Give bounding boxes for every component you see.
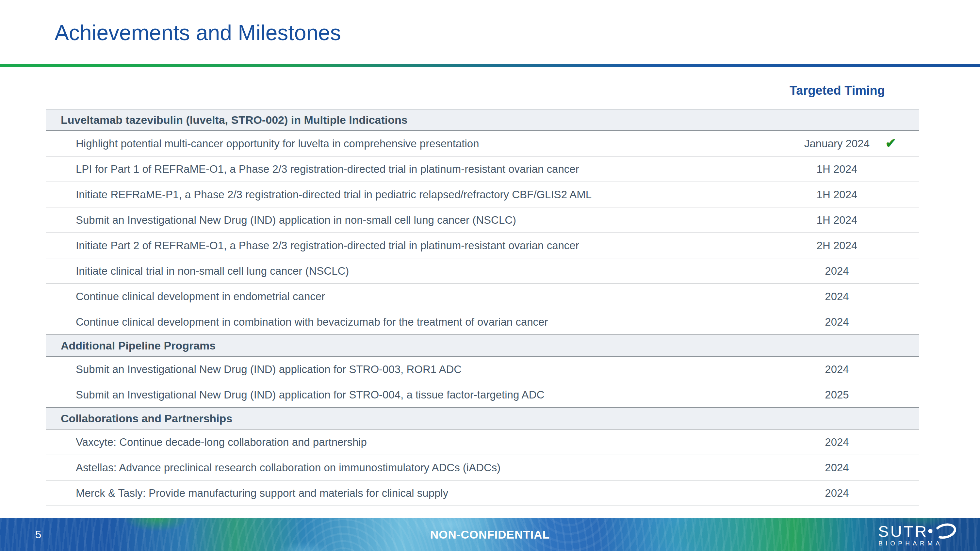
table-row: Astellas: Advance preclinical research c… bbox=[46, 455, 919, 480]
page-number: 5 bbox=[35, 529, 41, 541]
milestone-timing-value: 2024 bbox=[825, 363, 849, 376]
milestone-timing: 2024 bbox=[755, 316, 919, 328]
timing-column-header: Targeted Timing bbox=[772, 84, 902, 98]
table-row: Submit an Investigational New Drug (IND)… bbox=[46, 357, 919, 382]
milestone-label: Initiate Part 2 of REFRaME-O1, a Phase 2… bbox=[46, 240, 755, 252]
milestone-timing: 2024 bbox=[755, 291, 919, 303]
milestone-timing-value: 2024 bbox=[825, 291, 849, 303]
table-row: Continue clinical development in endomet… bbox=[46, 284, 919, 309]
milestone-label: Submit an Investigational New Drug (IND)… bbox=[46, 363, 755, 376]
milestone-label: Submit an Investigational New Drug (IND)… bbox=[46, 389, 755, 401]
title-divider bbox=[0, 64, 980, 67]
milestone-label: Vaxcyte: Continue decade-long collaborat… bbox=[46, 436, 755, 448]
footer-bar: 5 NON-CONFIDENTIAL SUTR BIOPHARMA bbox=[0, 518, 980, 551]
milestone-timing: 1H 2024 bbox=[755, 163, 919, 175]
table-row: Submit an Investigational New Drug (IND)… bbox=[46, 207, 919, 233]
table-row: Initiate REFRaME-P1, a Phase 2/3 registr… bbox=[46, 182, 919, 207]
milestone-timing-value: 2H 2024 bbox=[817, 240, 858, 252]
page-title: Achievements and Milestones bbox=[54, 20, 341, 45]
table-row: Initiate clinical trial in non-small cel… bbox=[46, 258, 919, 284]
section-header-label: Collaborations and Partnerships bbox=[46, 412, 232, 425]
milestone-timing: 2024 bbox=[755, 363, 919, 376]
section-header-label: Luveltamab tazevibulin (luvelta, STRO-00… bbox=[46, 114, 408, 126]
milestone-timing: 1H 2024 bbox=[755, 214, 919, 226]
milestone-timing: 2024 bbox=[755, 462, 919, 474]
section-header-label: Additional Pipeline Programs bbox=[46, 339, 216, 352]
milestone-timing-value: 2024 bbox=[825, 316, 849, 328]
slide: Achievements and Milestones Targeted Tim… bbox=[0, 0, 980, 551]
sutro-o-icon bbox=[928, 522, 956, 540]
milestone-timing: January 2024✔ bbox=[755, 138, 919, 150]
table-row: Continue clinical development in combina… bbox=[46, 309, 919, 335]
milestone-timing: 2024 bbox=[755, 487, 919, 499]
milestones-table: Luveltamab tazevibulin (luvelta, STRO-00… bbox=[46, 109, 919, 506]
milestone-timing: 2025 bbox=[755, 389, 919, 401]
table-row: Initiate Part 2 of REFRaME-O1, a Phase 2… bbox=[46, 233, 919, 258]
milestone-timing: 2024 bbox=[755, 265, 919, 277]
table-row: Vaxcyte: Continue decade-long collaborat… bbox=[46, 429, 919, 455]
logo-wordmark: SUTR bbox=[878, 522, 928, 540]
milestone-timing-value: 2024 bbox=[825, 265, 849, 277]
milestone-label: Continue clinical development in endomet… bbox=[46, 291, 755, 303]
confidentiality-label: NON-CONFIDENTIAL bbox=[430, 528, 550, 541]
milestone-timing-value: January 2024 bbox=[804, 138, 870, 150]
milestone-label: Highlight potential multi-cancer opportu… bbox=[46, 138, 755, 150]
sutro-logo: SUTR BIOPHARMA bbox=[878, 522, 960, 547]
milestone-timing: 2H 2024 bbox=[755, 240, 919, 252]
milestone-timing-value: 2024 bbox=[825, 436, 849, 448]
section-header-row: Luveltamab tazevibulin (luvelta, STRO-00… bbox=[46, 109, 919, 131]
milestone-timing-value: 2024 bbox=[825, 462, 849, 474]
milestone-label: Astellas: Advance preclinical research c… bbox=[46, 462, 755, 474]
table-row: Submit an Investigational New Drug (IND)… bbox=[46, 382, 919, 407]
table-row: Merck & Tasly: Provide manufacturing sup… bbox=[46, 480, 919, 506]
milestone-label: LPI for Part 1 of REFRaME-O1, a Phase 2/… bbox=[46, 163, 755, 175]
milestone-label: Initiate clinical trial in non-small cel… bbox=[46, 265, 755, 277]
logo-subtext: BIOPHARMA bbox=[878, 540, 943, 547]
section-header-row: Collaborations and Partnerships bbox=[46, 407, 919, 429]
milestone-timing-value: 2024 bbox=[825, 487, 849, 499]
milestone-label: Continue clinical development in combina… bbox=[46, 316, 755, 328]
milestone-timing-value: 1H 2024 bbox=[817, 189, 858, 201]
table-row: LPI for Part 1 of REFRaME-O1, a Phase 2/… bbox=[46, 156, 919, 182]
milestone-label: Initiate REFRaME-P1, a Phase 2/3 registr… bbox=[46, 189, 755, 201]
milestone-label: Submit an Investigational New Drug (IND)… bbox=[46, 214, 755, 226]
milestone-timing-value: 2025 bbox=[825, 389, 849, 401]
milestone-timing: 2024 bbox=[755, 436, 919, 448]
table-row: Highlight potential multi-cancer opportu… bbox=[46, 131, 919, 156]
check-icon: ✔ bbox=[885, 137, 896, 149]
milestone-timing: 1H 2024 bbox=[755, 189, 919, 201]
milestone-timing-value: 1H 2024 bbox=[817, 214, 858, 226]
section-header-row: Additional Pipeline Programs bbox=[46, 335, 919, 357]
milestone-label: Merck & Tasly: Provide manufacturing sup… bbox=[46, 487, 755, 499]
milestone-timing-value: 1H 2024 bbox=[817, 163, 858, 175]
